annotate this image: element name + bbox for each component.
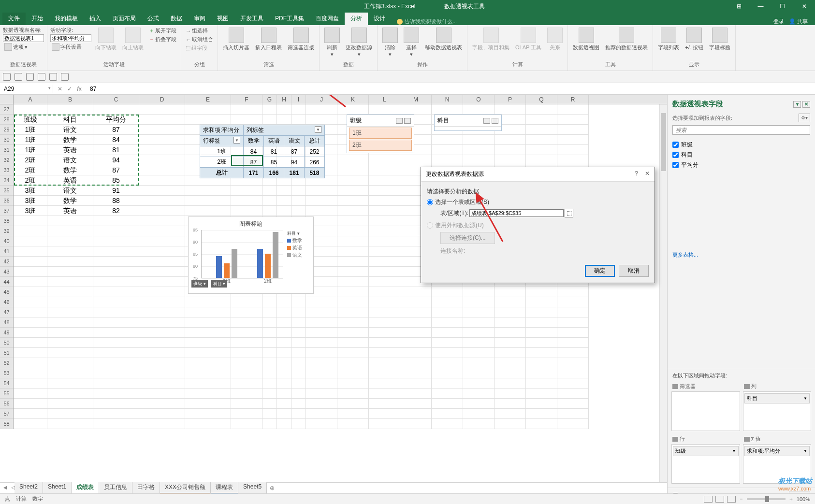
cell-E51[interactable]	[185, 348, 231, 358]
cell-E56[interactable]	[185, 399, 231, 409]
cell-K27[interactable]	[337, 104, 369, 115]
cell-F48[interactable]	[231, 317, 262, 328]
cell-R30[interactable]	[557, 135, 589, 145]
row-header-37[interactable]: 37	[0, 206, 13, 216]
col-header-C[interactable]: C	[93, 95, 139, 104]
cell-Q29[interactable]	[526, 125, 557, 135]
cell-J56[interactable]	[306, 399, 337, 409]
cell-M46[interactable]	[400, 297, 432, 307]
cell-H48[interactable]	[277, 317, 291, 328]
cell-H47[interactable]	[277, 307, 291, 317]
cell-Q27[interactable]	[526, 104, 557, 115]
sheet-tab[interactable]: Sheet2	[15, 482, 43, 494]
cell-D38[interactable]	[139, 216, 185, 226]
cell-F36[interactable]	[231, 196, 262, 206]
row-header-31[interactable]: 31	[0, 145, 13, 155]
cell-R29[interactable]	[557, 125, 589, 135]
cell-Q55[interactable]	[526, 389, 557, 399]
col-header-K[interactable]: K	[337, 95, 369, 104]
cell-Q45[interactable]	[526, 287, 557, 297]
row-header-52[interactable]: 52	[0, 358, 13, 368]
cell-F35[interactable]	[231, 186, 262, 196]
vertical-scrollbar[interactable]	[659, 104, 667, 504]
cell-R31[interactable]	[557, 145, 589, 155]
cell-M56[interactable]	[400, 399, 432, 409]
cell-R47[interactable]	[557, 307, 589, 317]
cell-K32[interactable]	[337, 155, 369, 165]
collapse-dialog-icon[interactable]: ⬚	[565, 209, 573, 217]
cell-Q31[interactable]	[526, 145, 557, 155]
enter-fx-icon[interactable]: ✓	[66, 86, 73, 92]
cell-C35[interactable]: 91	[93, 186, 139, 196]
tab-layout[interactable]: 页面布局	[107, 12, 142, 25]
row-header-57[interactable]: 57	[0, 409, 13, 419]
more-tables-link[interactable]: 更多表格...	[668, 249, 815, 260]
cell-B43[interactable]	[47, 267, 93, 277]
ok-button[interactable]: 确定	[585, 265, 615, 277]
cell-I37[interactable]	[291, 206, 306, 216]
cell-P53[interactable]	[495, 368, 526, 378]
cell-P54[interactable]	[495, 378, 526, 389]
cell-A45[interactable]	[14, 287, 47, 297]
cell-O52[interactable]	[463, 358, 495, 368]
cell-M47[interactable]	[400, 307, 432, 317]
cell-A48[interactable]	[14, 317, 47, 328]
tab-templates[interactable]: 我的模板	[49, 12, 84, 25]
cell-A36[interactable]: 3班	[14, 196, 47, 206]
cell-J48[interactable]	[306, 317, 337, 328]
cell-C30[interactable]: 84	[93, 135, 139, 145]
cell-L48[interactable]	[369, 317, 400, 328]
cell-L47[interactable]	[369, 307, 400, 317]
pivot-name-input[interactable]	[3, 34, 44, 42]
cell-B28[interactable]: 科目	[47, 115, 93, 125]
cell-L39[interactable]	[369, 226, 400, 236]
row-header-30[interactable]: 30	[0, 135, 13, 145]
cell-O47[interactable]	[463, 307, 495, 317]
cell-L37[interactable]	[369, 206, 400, 216]
cell-D58[interactable]	[139, 419, 185, 429]
cell-R57[interactable]	[557, 409, 589, 419]
cell-P49[interactable]	[495, 328, 526, 338]
qat-save-icon[interactable]	[3, 73, 11, 81]
cell-Q54[interactable]	[526, 378, 557, 389]
cell-B42[interactable]	[47, 257, 93, 267]
row-header-51[interactable]: 51	[0, 348, 13, 358]
row-header-43[interactable]: 43	[0, 267, 13, 277]
cell-H52[interactable]	[277, 358, 291, 368]
cell-P56[interactable]	[495, 399, 526, 409]
cell-O48[interactable]	[463, 317, 495, 328]
cell-D37[interactable]	[139, 206, 185, 216]
cell-R50[interactable]	[557, 338, 589, 348]
cell-H49[interactable]	[277, 328, 291, 338]
cell-K40[interactable]	[337, 236, 369, 246]
cell-A49[interactable]	[14, 328, 47, 338]
cell-B54[interactable]	[47, 378, 93, 389]
cell-G46[interactable]	[262, 297, 277, 307]
sheet-tab[interactable]: 成绩表	[72, 482, 99, 494]
row-header-47[interactable]: 47	[0, 307, 13, 317]
zone-item-avg[interactable]: 求和项:平均分▼	[744, 446, 810, 456]
cell-E58[interactable]	[185, 419, 231, 429]
cell-B33[interactable]: 数学	[47, 165, 93, 175]
ribbon-display-options[interactable]: ⊞	[728, 0, 750, 13]
cell-O50[interactable]	[463, 338, 495, 348]
cell-D43[interactable]	[139, 267, 185, 277]
cell-B40[interactable]	[47, 236, 93, 246]
cell-H27[interactable]	[277, 104, 291, 115]
cell-H28[interactable]	[277, 115, 291, 125]
tab-home[interactable]: 开始	[26, 12, 49, 25]
col-header-L[interactable]: L	[369, 95, 400, 104]
cell-D57[interactable]	[139, 409, 185, 419]
cell-G27[interactable]	[262, 104, 277, 115]
dialog-help-icon[interactable]: ?	[635, 170, 638, 178]
cell-I36[interactable]	[291, 196, 306, 206]
tab-pdf[interactable]: PDF工具集	[269, 12, 310, 25]
tab-baidu[interactable]: 百度网盘	[310, 12, 345, 25]
col-header-D[interactable]: D	[139, 95, 185, 104]
cell-C48[interactable]	[93, 317, 139, 328]
cell-C41[interactable]	[93, 246, 139, 257]
cell-E49[interactable]	[185, 328, 231, 338]
slicer-clear-icon[interactable]	[404, 118, 411, 124]
view-normal-icon[interactable]	[704, 496, 713, 503]
cell-D27[interactable]	[139, 104, 185, 115]
